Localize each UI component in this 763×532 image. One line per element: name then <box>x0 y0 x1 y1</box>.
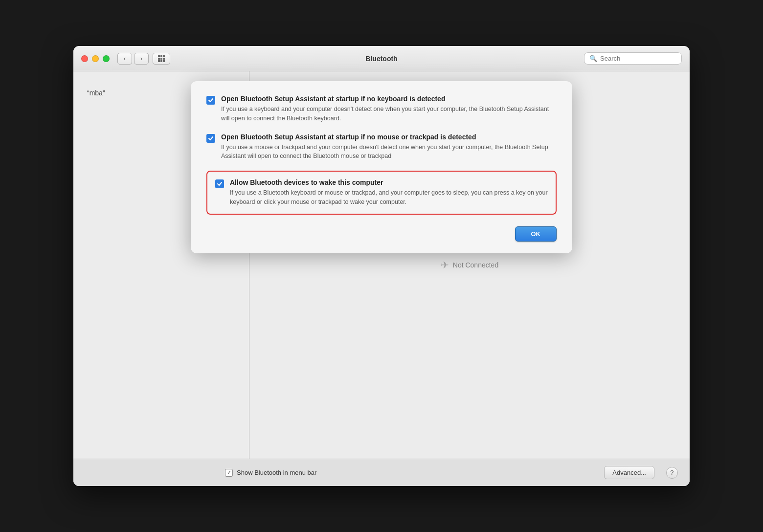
option3-description: If you use a Bluetooth keyboard or mouse… <box>230 188 548 207</box>
option1-description: If you use a keyboard and your computer … <box>221 105 557 123</box>
option3-title: Allow Bluetooth devices to wake this com… <box>230 178 548 186</box>
main-content: “mba” ✈ Not Connected ✓ Show Bluetooth <box>73 71 690 486</box>
modal-overlay: Open Bluetooth Setup Assistant at startu… <box>73 71 690 486</box>
grid-icon <box>158 55 165 62</box>
search-input[interactable] <box>600 55 676 62</box>
option1-title: Open Bluetooth Setup Assistant at startu… <box>221 95 557 103</box>
advanced-options-modal: Open Bluetooth Setup Assistant at startu… <box>191 81 572 253</box>
forward-icon: › <box>140 55 142 62</box>
option1-checkbox[interactable] <box>206 96 215 105</box>
titlebar: ‹ › Bluetooth 🔍 <box>73 46 690 71</box>
option1-text: Open Bluetooth Setup Assistant at startu… <box>221 95 557 123</box>
option2-checkbox[interactable] <box>206 134 215 143</box>
grid-button[interactable] <box>153 53 170 65</box>
option3-text: Allow Bluetooth devices to wake this com… <box>230 178 548 207</box>
option2-title: Open Bluetooth Setup Assistant at startu… <box>221 133 557 141</box>
modal-ok-row: OK <box>206 226 557 242</box>
minimize-button[interactable] <box>92 55 99 62</box>
maximize-button[interactable] <box>103 55 110 62</box>
forward-button[interactable]: › <box>134 53 149 65</box>
option3-checkbox[interactable] <box>215 179 224 188</box>
ok-button[interactable]: OK <box>515 226 557 242</box>
nav-buttons: ‹ › <box>117 53 170 65</box>
option2-text: Open Bluetooth Setup Assistant at startu… <box>221 133 557 161</box>
traffic-lights <box>81 55 110 62</box>
back-icon: ‹ <box>124 55 126 62</box>
option1-item: Open Bluetooth Setup Assistant at startu… <box>206 95 557 123</box>
search-icon: 🔍 <box>589 55 597 62</box>
search-box[interactable]: 🔍 <box>584 52 682 65</box>
close-button[interactable] <box>81 55 88 62</box>
window-title: Bluetooth <box>365 55 397 63</box>
option2-description: If you use a mouse or trackpad and your … <box>221 143 557 161</box>
option3-highlighted-item: Allow Bluetooth devices to wake this com… <box>206 171 557 215</box>
main-window: ‹ › Bluetooth 🔍 <box>73 46 690 486</box>
option2-item: Open Bluetooth Setup Assistant at startu… <box>206 133 557 161</box>
back-button[interactable]: ‹ <box>117 53 132 65</box>
